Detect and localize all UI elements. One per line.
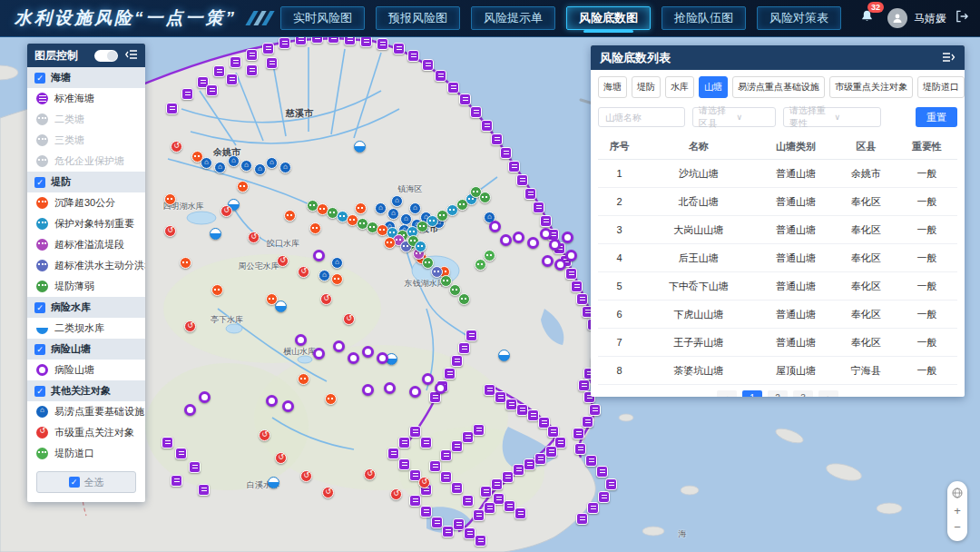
map-marker-sw[interactable] [295, 36, 307, 45]
reset-button[interactable]: 重置 [916, 107, 957, 127]
map-marker-sw[interactable] [447, 82, 459, 94]
map-marker-sw[interactable] [513, 464, 524, 476]
map-marker-sw[interactable] [451, 440, 463, 452]
map-marker-pr[interactable] [282, 400, 294, 412]
map-marker-sw[interactable] [393, 43, 405, 54]
map-marker-sw[interactable] [574, 443, 586, 455]
map-marker-sw[interactable] [540, 215, 552, 227]
map-marker-os[interactable] [180, 257, 191, 269]
layer-section-病险水库[interactable]: ✓病险水库 [27, 297, 145, 318]
map-marker-sw[interactable] [360, 36, 372, 47]
map-marker-pr[interactable] [348, 352, 359, 364]
table-row[interactable]: 5下中岙下山塘普通山塘奉化区一般 [598, 272, 957, 301]
logout-icon[interactable] [956, 10, 969, 26]
map-marker-os[interactable] [266, 293, 278, 305]
map-marker-sw[interactable] [462, 495, 474, 507]
map-marker-cf[interactable] [390, 488, 402, 500]
map-marker-sw[interactable] [582, 416, 593, 428]
map-marker-sw[interactable] [589, 404, 601, 416]
map-marker-sw[interactable] [453, 518, 465, 530]
map-marker-pr[interactable] [313, 348, 325, 360]
map-marker-cf[interactable] [298, 266, 309, 278]
map-marker-sw[interactable] [266, 57, 278, 69]
map-marker-sw[interactable] [206, 84, 218, 96]
tab-山塘[interactable]: 山塘 [699, 76, 728, 98]
map-marker-sw[interactable] [475, 535, 486, 547]
map-marker-cf[interactable] [364, 468, 376, 480]
map-marker-sw[interactable] [458, 342, 470, 354]
layer-item-易涝点重要基础设施[interactable]: 易涝点重要基础设施 [27, 401, 145, 422]
map-marker-sw[interactable] [189, 461, 201, 473]
map-marker-sw[interactable] [328, 36, 339, 44]
layer-item-危化企业保护塘[interactable]: 危化企业保护塘 [27, 151, 145, 172]
nav-button-风险底数图[interactable]: 风险底数图 [566, 6, 651, 30]
user-avatar[interactable] [887, 8, 907, 28]
map-marker-sw[interactable] [491, 133, 503, 145]
map-marker-pr[interactable] [422, 373, 434, 385]
map-marker-cf[interactable] [300, 470, 312, 482]
notification-bell-icon[interactable]: 32 [859, 8, 875, 28]
checkbox-checked-icon[interactable]: ✓ [34, 73, 45, 84]
importance-select[interactable]: 请选择重要性 ∨ [783, 107, 881, 127]
map-marker-os[interactable] [284, 210, 296, 222]
map-marker-sw[interactable] [545, 446, 557, 458]
map-marker-sw[interactable] [398, 437, 410, 448]
map-marker-sw[interactable] [473, 509, 485, 521]
map-marker-os[interactable] [309, 222, 321, 234]
map-marker-fp[interactable] [391, 195, 403, 207]
map-marker-sw[interactable] [226, 74, 238, 85]
map-marker-fp[interactable] [254, 163, 266, 175]
map-marker-cf[interactable] [259, 429, 270, 441]
map-marker-sw[interactable] [440, 449, 452, 461]
map-marker-cf[interactable] [164, 225, 176, 237]
map-marker-rv[interactable] [210, 228, 221, 240]
map-marker-pr[interactable] [313, 250, 325, 261]
nav-button-风险对策表[interactable]: 风险对策表 [757, 6, 841, 30]
nav-button-预报风险图[interactable]: 预报风险图 [376, 6, 460, 30]
map-marker-gg[interactable] [484, 250, 495, 261]
map-marker-sw[interactable] [440, 471, 452, 483]
map-marker-pr[interactable] [542, 255, 554, 267]
map-marker-pr[interactable] [513, 232, 524, 243]
prev-page-icon[interactable]: ‹ [717, 390, 737, 397]
tab-市级重点关注对象[interactable]: 市级重点关注对象 [829, 76, 913, 98]
page-1[interactable]: 1 [742, 390, 762, 397]
map-marker-sw[interactable] [470, 106, 482, 118]
tab-水库[interactable]: 水库 [665, 76, 694, 98]
map-marker-sw[interactable] [431, 517, 443, 528]
layer-section-病险山塘[interactable]: ✓病险山塘 [27, 339, 145, 360]
map-marker-os[interactable] [237, 181, 249, 192]
map-marker-sw[interactable] [246, 64, 258, 76]
map-marker-sw[interactable] [420, 437, 432, 448]
map-marker-sw[interactable] [420, 506, 432, 518]
map-marker-os[interactable] [384, 237, 396, 249]
map-marker-sw[interactable] [534, 453, 546, 465]
nav-button-实时风险图[interactable]: 实时风险图 [280, 6, 365, 30]
tab-易涝点重点基础设施[interactable]: 易涝点重点基础设施 [732, 76, 825, 98]
map-marker-os[interactable] [164, 193, 176, 205]
map-marker-sw[interactable] [377, 38, 388, 50]
map-marker-fp[interactable] [214, 162, 226, 173]
layer-item-超标准溢流堤段[interactable]: 超标准溢流堤段 [27, 234, 145, 255]
map-marker-sw[interactable] [466, 330, 477, 341]
map-marker-pr[interactable] [562, 232, 573, 243]
map-marker-sw[interactable] [409, 495, 421, 507]
map-marker-cf[interactable] [171, 141, 182, 153]
layer-item-三类塘[interactable]: 三类塘 [27, 130, 145, 151]
tab-堤防[interactable]: 堤防 [632, 76, 661, 98]
district-select[interactable]: 请选择区县 ∨ [692, 107, 776, 127]
map-marker-sw[interactable] [444, 368, 456, 380]
map-marker-cf[interactable] [322, 487, 334, 498]
map-marker-sw[interactable] [502, 471, 514, 483]
page-2[interactable]: 2 [768, 390, 788, 397]
map-marker-sw[interactable] [451, 482, 463, 494]
map-marker-fp[interactable] [318, 270, 330, 281]
map-marker-gg[interactable] [475, 259, 486, 271]
map-marker-sw[interactable] [398, 458, 410, 470]
page-3[interactable]: 3 [793, 390, 813, 397]
map-marker-sw[interactable] [480, 486, 492, 498]
map-marker-sw[interactable] [524, 458, 535, 470]
map-marker-sw[interactable] [387, 448, 399, 459]
map-marker-pr[interactable] [409, 386, 421, 398]
map-marker-fp[interactable] [228, 155, 240, 167]
